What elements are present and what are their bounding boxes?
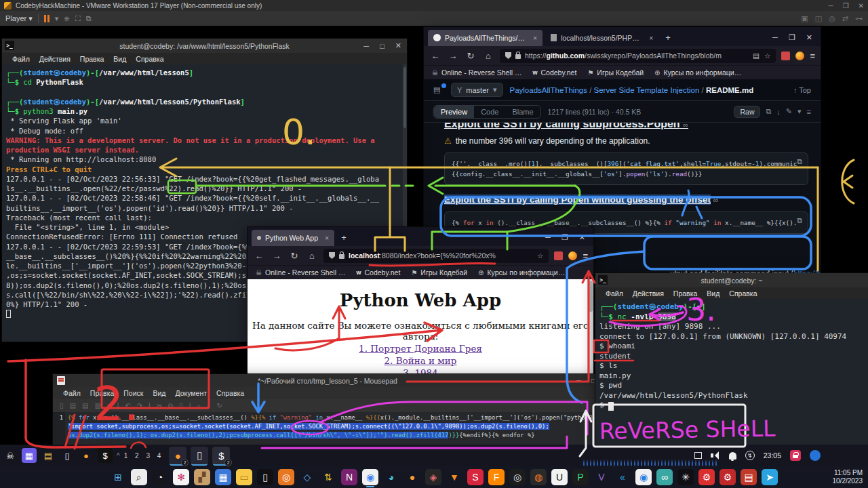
maximize-button[interactable]: □ bbox=[380, 42, 384, 50]
reader-view-icon[interactable]: ▤ bbox=[753, 52, 760, 60]
telegram-app[interactable]: ➤ bbox=[762, 469, 778, 485]
kali-menu[interactable]: ☠ bbox=[3, 448, 18, 463]
menu-item[interactable]: Справка bbox=[212, 389, 249, 397]
mousepad-titlebar[interactable]: *~/Рабочий стол/tmp_lesson_5 - Mousepad … bbox=[53, 374, 602, 387]
bookmark-star-icon[interactable]: ☆ bbox=[537, 251, 543, 260]
device-network-icon[interactable]: ⇄ bbox=[842, 14, 848, 23]
toolbar-icon[interactable]: | bbox=[117, 402, 119, 409]
device-usb-icon[interactable]: ⊶ bbox=[855, 14, 863, 23]
branch-selector[interactable]: Y master ▾ bbox=[451, 83, 503, 97]
forward-button[interactable]: → bbox=[447, 51, 459, 61]
vmware-app[interactable]: ◎ bbox=[278, 469, 294, 485]
speedtest-app[interactable]: ◔ bbox=[152, 469, 168, 485]
anchor-link-icon[interactable]: ∞ bbox=[713, 196, 719, 204]
menu-item[interactable]: Вид bbox=[702, 289, 724, 298]
toolbar-icon[interactable]: ▤ bbox=[70, 402, 76, 409]
toolbar-icon[interactable]: ⌕ bbox=[197, 402, 201, 410]
menu-item[interactable]: Справка bbox=[131, 55, 168, 63]
firefox-account-icon[interactable] bbox=[568, 251, 577, 260]
feather-app[interactable]: ✳ bbox=[677, 469, 694, 485]
toolbar-icon[interactable]: ▥ bbox=[94, 402, 100, 409]
unreal-app[interactable]: U bbox=[551, 469, 568, 485]
firefox-app[interactable]: ● bbox=[404, 469, 420, 485]
maximize-button[interactable]: ❐ bbox=[843, 2, 849, 9]
book-link-2[interactable]: 2. Война и мир bbox=[384, 355, 457, 366]
tab-close-icon[interactable]: × bbox=[325, 234, 329, 242]
terminal-output[interactable]: ┌──(student㉿codeby)-[~]└─$ nc -nvlp 9898… bbox=[595, 299, 868, 446]
book-link-1[interactable]: 1. Портрет Дориана Грея bbox=[359, 343, 482, 354]
menu-item[interactable]: Файл bbox=[58, 389, 85, 397]
menu-item[interactable]: Правка bbox=[669, 289, 702, 298]
bookmark-item[interactable]: ☠Online - Reverse Shell … bbox=[256, 268, 345, 277]
firefox-launcher[interactable]: ● bbox=[79, 448, 94, 463]
maps-app[interactable]: ◉ bbox=[635, 469, 652, 485]
panel-caret[interactable]: ^ bbox=[117, 452, 120, 460]
file-manager-app[interactable]: ▤ bbox=[41, 448, 56, 463]
terminal-titlebar[interactable]: >_ student@codeby: /var/www/html/lesson5… bbox=[2, 39, 407, 53]
tab-payloadsallthethings[interactable]: PayloadsAllTheThings/Se × bbox=[428, 30, 542, 46]
toolbar-icon[interactable]: ▯ bbox=[179, 402, 183, 409]
device-display-icon[interactable]: ▣ bbox=[801, 14, 808, 23]
app-menu-icon[interactable]: ≡ bbox=[810, 51, 815, 61]
loop-app[interactable]: ∞ bbox=[656, 469, 673, 485]
start-button[interactable]: ⊞ bbox=[110, 469, 126, 485]
bookmark-item[interactable]: wCodeby.net bbox=[532, 68, 576, 77]
download-icon[interactable]: ↓ bbox=[776, 108, 781, 116]
reload-button[interactable]: ↻ bbox=[465, 51, 477, 61]
menu-item[interactable]: Файл bbox=[7, 55, 35, 63]
maximize-button[interactable]: ❐ bbox=[789, 33, 795, 42]
app-menu-icon[interactable]: ≡ bbox=[583, 251, 588, 261]
taskbar-mousepad-window[interactable]: ▯ bbox=[191, 447, 208, 464]
tab-python-web-app[interactable]: Python Web App × bbox=[252, 230, 334, 246]
copy-raw-icon[interactable]: ⧉ bbox=[766, 107, 771, 116]
toolbar-icon[interactable]: ▯ bbox=[60, 402, 64, 409]
suspend-caret[interactable]: ▾ bbox=[55, 14, 59, 23]
power-manager-icon[interactable]: ↯ bbox=[745, 451, 755, 460]
firefox-account-icon[interactable] bbox=[795, 52, 804, 60]
outline-icon[interactable]: ≡ bbox=[807, 108, 811, 116]
raw-button[interactable]: Raw bbox=[734, 106, 760, 118]
menu-item[interactable]: Документ bbox=[170, 389, 212, 397]
toolbar-icon[interactable]: ✂ bbox=[157, 402, 162, 409]
davinci-app[interactable]: ◈ bbox=[425, 469, 441, 485]
visual-studio-app[interactable]: V bbox=[593, 469, 610, 485]
fl-studio-app[interactable]: F bbox=[488, 469, 505, 485]
shield-icon[interactable] bbox=[505, 52, 511, 59]
back-button[interactable]: ← bbox=[429, 51, 441, 61]
tools-red-app[interactable]: ⚙ bbox=[719, 469, 736, 485]
obs-app[interactable]: ◎ bbox=[509, 469, 526, 485]
close-button[interactable]: ✕ bbox=[395, 41, 401, 50]
session-icon[interactable] bbox=[810, 450, 821, 461]
mousepad-editor[interactable]: 1 {% for x in ().__class__.__base__.__su… bbox=[53, 412, 602, 446]
tab-blame[interactable]: Blame bbox=[505, 106, 540, 118]
player-menu[interactable]: Player ▾ bbox=[5, 14, 33, 23]
close-button[interactable]: ✕ bbox=[579, 233, 585, 242]
pycharm-app[interactable]: P bbox=[572, 469, 589, 485]
bookmark-item[interactable]: ⚑Игры Кодебай bbox=[411, 268, 467, 277]
editor-text[interactable]: {% for x in ().__class__.__base__.__subc… bbox=[65, 412, 592, 446]
taskbar-firefox-window[interactable]: ●2 bbox=[169, 447, 186, 464]
anchor-link-icon[interactable]: ∞ bbox=[683, 123, 688, 129]
minimize-button[interactable]: ─ bbox=[576, 377, 581, 384]
blender-app[interactable]: ◍ bbox=[530, 469, 547, 485]
toolbar-icon[interactable]: ↷ bbox=[137, 402, 142, 409]
new-tab-button[interactable]: + bbox=[337, 232, 351, 243]
workspace-switcher[interactable]: 1 2 3 4 bbox=[124, 452, 164, 460]
ublock-extension-icon[interactable] bbox=[781, 52, 790, 60]
reload-button[interactable]: ↻ bbox=[288, 251, 300, 261]
vscode-app[interactable]: « bbox=[614, 469, 631, 485]
toolbar-icon[interactable]: ⌕ bbox=[207, 402, 211, 410]
toolbar-icon[interactable]: | bbox=[189, 402, 191, 409]
maximize-button[interactable]: ❐ bbox=[561, 233, 568, 242]
taskbar-terminal-window[interactable]: $2 bbox=[212, 447, 230, 464]
menu-item[interactable]: Вид bbox=[148, 389, 170, 397]
device-hdd-icon[interactable]: ◫ bbox=[815, 14, 822, 23]
screen-lock-icon[interactable] bbox=[790, 450, 801, 461]
bookmark-item[interactable]: ☠Online - Reverse Shell … bbox=[432, 68, 521, 77]
device-cd-icon[interactable]: ◎ bbox=[829, 14, 835, 23]
ublock-extension-icon[interactable] bbox=[554, 251, 563, 260]
toolbar-icon[interactable]: | bbox=[149, 402, 151, 409]
settings-red-app[interactable]: ⚙ bbox=[698, 469, 715, 485]
notifications-icon[interactable] bbox=[729, 452, 736, 460]
back-to-top-link[interactable]: ↑ Top bbox=[793, 86, 811, 94]
